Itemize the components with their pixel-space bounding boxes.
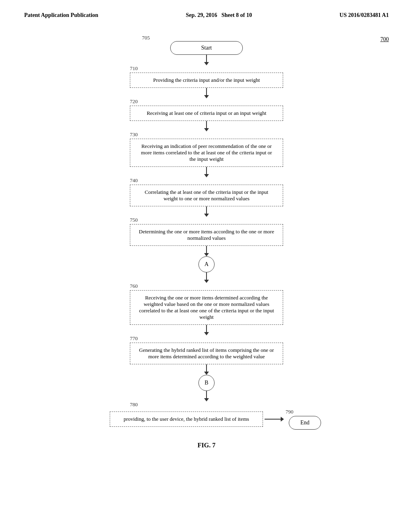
ref-740: 740	[130, 177, 138, 184]
header-left: Patent Application Publication	[24, 12, 98, 19]
connector-B: B	[198, 375, 215, 391]
step-730: Receiving an indication of peer recommen…	[130, 139, 283, 167]
arrow-740-to-750	[204, 206, 209, 217]
connector-A: A	[198, 256, 215, 272]
step-780: providing, to the user device, the hybri…	[110, 411, 263, 427]
arrow-720-to-730	[204, 121, 209, 131]
ref-705: 705	[142, 35, 150, 41]
arrow-770-to-B	[204, 364, 209, 375]
page: Patent Application Publication Sep. 29, …	[0, 0, 413, 532]
ref-790: 790	[286, 409, 294, 415]
step-770: Generating the hybrid ranked list of ite…	[130, 343, 283, 364]
arrow-A-to-760	[204, 272, 209, 283]
step-740: Correlating the at least one of the crit…	[130, 185, 283, 206]
ref-750: 750	[130, 217, 138, 223]
start-node: Start	[170, 41, 243, 55]
page-header: Patent Application Publication Sep. 29, …	[24, 12, 389, 19]
step-750: Determining the one or more items accord…	[130, 224, 283, 246]
ref-770: 770	[130, 335, 138, 342]
header-center: Sep. 29, 2016 Sheet 8 of 10	[186, 12, 252, 19]
arrow-730-to-740	[204, 167, 209, 177]
header-right: US 2016/0283481 A1	[340, 12, 389, 19]
step-760: Receiving the one or more items determin…	[130, 290, 283, 325]
arrow-B-to-780	[204, 391, 209, 401]
arrow-start-to-710	[204, 55, 209, 65]
flowchart-diagram: 705 Start 710 Providing the criteria inp…	[24, 35, 389, 449]
figure-label: FIG. 7	[198, 442, 215, 449]
ref-710: 710	[130, 65, 138, 72]
arrow-750-to-A	[204, 246, 209, 256]
arrow-760-to-770	[204, 325, 209, 335]
arrow-710-to-720	[204, 88, 209, 98]
end-node: End	[289, 416, 321, 430]
ref-720: 720	[130, 98, 138, 105]
ref-760: 760	[130, 283, 138, 289]
step-720: Receiving at least one of criteria input…	[130, 106, 283, 121]
flow-container: 705 Start 710 Providing the criteria inp…	[24, 35, 389, 430]
step-710: Providing the criteria input and/or the …	[130, 73, 283, 88]
ref-780: 780	[130, 401, 138, 408]
ref-730: 730	[130, 131, 138, 138]
